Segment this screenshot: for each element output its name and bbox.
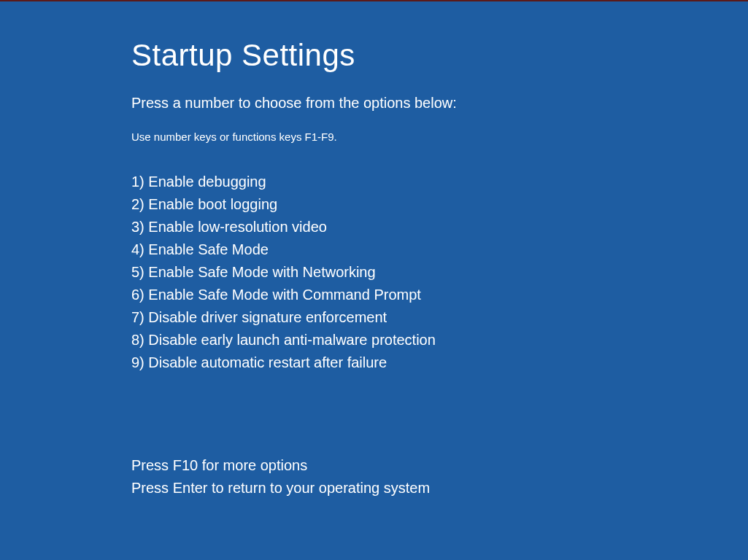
option-item[interactable]: 2) Enable boot logging [131, 193, 748, 216]
subtitle: Press a number to choose from the option… [131, 95, 748, 112]
option-item[interactable]: 4) Enable Safe Mode [131, 238, 748, 261]
footer-more-options: Press F10 for more options [131, 454, 748, 477]
footer-return: Press Enter to return to your operating … [131, 477, 748, 499]
key-hint: Use number keys or functions keys F1-F9. [131, 131, 748, 143]
option-item[interactable]: 9) Disable automatic restart after failu… [131, 351, 748, 374]
options-list: 1) Enable debugging 2) Enable boot loggi… [131, 171, 748, 374]
option-item[interactable]: 1) Enable debugging [131, 171, 748, 193]
footer-hints: Press F10 for more options Press Enter t… [131, 454, 748, 499]
option-item[interactable]: 5) Enable Safe Mode with Networking [131, 261, 748, 284]
option-item[interactable]: 3) Enable low-resolution video [131, 216, 748, 238]
option-item[interactable]: 8) Disable early launch anti-malware pro… [131, 329, 748, 351]
option-item[interactable]: 7) Disable driver signature enforcement [131, 306, 748, 329]
page-title: Startup Settings [131, 38, 748, 73]
option-item[interactable]: 6) Enable Safe Mode with Command Prompt [131, 284, 748, 306]
startup-settings-screen: Startup Settings Press a number to choos… [0, 1, 748, 499]
